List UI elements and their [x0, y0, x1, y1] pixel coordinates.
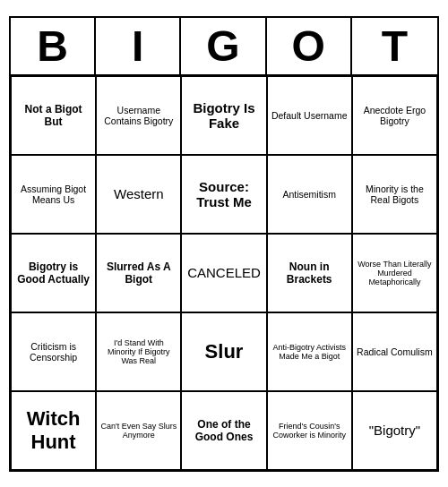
cell-text-9: Minority is the Real Bigots: [357, 184, 433, 205]
bingo-cell-4: Anecdote Ergo Bigotry: [352, 76, 437, 155]
bingo-header: BIGOT: [11, 18, 437, 76]
header-letter-b: B: [11, 18, 96, 74]
bingo-cell-13: Noun in Brackets: [267, 234, 352, 312]
cell-text-18: Anti-Bigotry Activists Made Me a Bigot: [271, 343, 348, 361]
bingo-cell-14: Worse Than Literally Murdered Metaphoric…: [352, 234, 437, 312]
cell-text-5: Assuming Bigot Means Us: [15, 184, 91, 205]
bingo-cell-9: Minority is the Real Bigots: [352, 155, 437, 234]
bingo-cell-15: Criticism is Censorship: [11, 312, 96, 391]
cell-text-21: Can't Even Say Slurs Anymore: [100, 422, 177, 440]
cell-text-23: Friend's Cousin's Coworker is Minority: [271, 422, 348, 440]
cell-text-0: Not a Bigot But: [15, 103, 91, 128]
cell-text-3: Default Username: [271, 110, 348, 121]
bingo-cell-2: Bigotry Is Fake: [181, 76, 266, 155]
bingo-cell-6: Western: [96, 155, 181, 234]
cell-text-13: Noun in Brackets: [271, 261, 348, 286]
header-letter-t: T: [352, 18, 437, 74]
bingo-cell-21: Can't Even Say Slurs Anymore: [96, 391, 181, 470]
cell-text-10: Bigotry is Good Actually: [15, 261, 91, 286]
bingo-cell-8: Antisemitism: [267, 155, 352, 234]
bingo-cell-20: Witch Hunt: [11, 391, 96, 470]
cell-text-1: Username Contains Bigotry: [100, 105, 177, 126]
cell-text-24: "Bigotry": [357, 423, 433, 438]
header-letter-o: O: [267, 18, 352, 74]
cell-text-14: Worse Than Literally Murdered Metaphoric…: [357, 260, 433, 286]
cell-text-17: Slur: [185, 340, 262, 363]
bingo-card: BIGOT Not a Bigot ButUsername Contains B…: [9, 16, 439, 472]
bingo-cell-1: Username Contains Bigotry: [96, 76, 181, 155]
cell-text-7: Source: Trust Me: [185, 179, 262, 209]
cell-text-6: Western: [100, 186, 177, 201]
bingo-cell-17: Slur: [181, 312, 266, 391]
bingo-cell-19: Radical Comulism: [352, 312, 437, 391]
bingo-cell-22: One of the Good Ones: [181, 391, 266, 470]
bingo-grid: Not a Bigot ButUsername Contains Bigotry…: [11, 76, 437, 470]
cell-text-19: Radical Comulism: [357, 346, 433, 357]
bingo-cell-11: Slurred As A Bigot: [96, 234, 181, 312]
cell-text-22: One of the Good Ones: [185, 418, 262, 443]
bingo-cell-10: Bigotry is Good Actually: [11, 234, 96, 312]
bingo-cell-18: Anti-Bigotry Activists Made Me a Bigot: [267, 312, 352, 391]
bingo-cell-23: Friend's Cousin's Coworker is Minority: [267, 391, 352, 470]
bingo-cell-0: Not a Bigot But: [11, 76, 96, 155]
bingo-cell-24: "Bigotry": [352, 391, 437, 470]
bingo-cell-16: I'd Stand With Minority If Bigotry Was R…: [96, 312, 181, 391]
cell-text-16: I'd Stand With Minority If Bigotry Was R…: [100, 338, 177, 365]
cell-text-11: Slurred As A Bigot: [100, 261, 177, 286]
cell-text-2: Bigotry Is Fake: [185, 100, 262, 131]
header-letter-i: I: [96, 18, 181, 74]
bingo-cell-7: Source: Trust Me: [181, 155, 266, 234]
bingo-cell-3: Default Username: [267, 76, 352, 155]
cell-text-20: Witch Hunt: [15, 407, 91, 454]
cell-text-8: Antisemitism: [271, 189, 348, 200]
cell-text-12: CANCELED: [185, 265, 262, 280]
bingo-cell-5: Assuming Bigot Means Us: [11, 155, 96, 234]
bingo-cell-12: CANCELED: [181, 234, 266, 312]
cell-text-4: Anecdote Ergo Bigotry: [357, 105, 433, 126]
cell-text-15: Criticism is Censorship: [15, 341, 91, 363]
header-letter-g: G: [181, 18, 266, 74]
